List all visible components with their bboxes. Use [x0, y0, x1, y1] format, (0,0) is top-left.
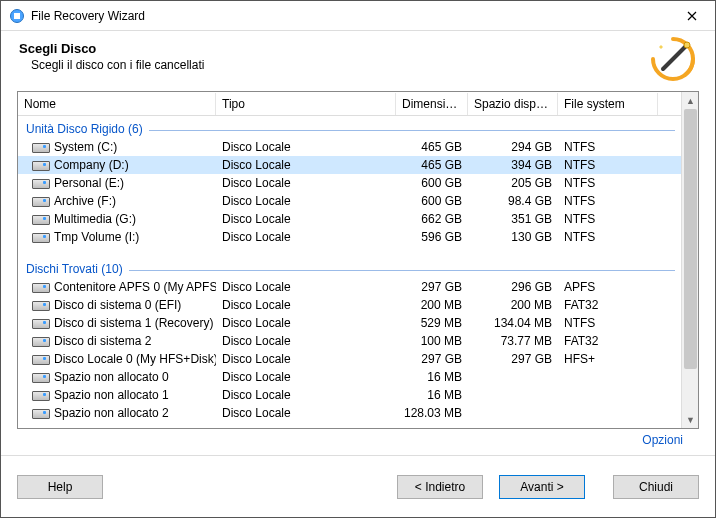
- disk-free-space: [468, 394, 558, 396]
- disk-row[interactable]: Personal (E:)Disco Locale600 GB205 GBNTF…: [18, 174, 681, 192]
- disk-row[interactable]: Archive (F:)Disco Locale600 GB98.4 GBNTF…: [18, 192, 681, 210]
- disk-filesystem: [558, 376, 658, 378]
- disk-name-cell: Multimedia (G:): [18, 211, 216, 227]
- disk-row[interactable]: Spazio non allocato 2Disco Locale128.03 …: [18, 404, 681, 422]
- disk-dimension: 596 GB: [396, 229, 468, 245]
- disk-dimension: 16 MB: [396, 387, 468, 403]
- disk-row[interactable]: Contenitore APFS 0 (My APFS Disk)Disco L…: [18, 278, 681, 296]
- group-header[interactable]: Dischi Trovati (10): [18, 256, 681, 278]
- disk-free-space: 296 GB: [468, 279, 558, 295]
- disk-type: Disco Locale: [216, 157, 396, 173]
- svg-line-3: [663, 45, 687, 69]
- disk-filesystem: [558, 394, 658, 396]
- disk-row[interactable]: Multimedia (G:)Disco Locale662 GB351 GBN…: [18, 210, 681, 228]
- disk-name: Multimedia (G:): [54, 212, 136, 226]
- options-link-container: Opzioni: [17, 429, 699, 447]
- disk-icon: [32, 195, 48, 207]
- disk-name-cell: Company (D:): [18, 157, 216, 173]
- disk-row[interactable]: System (C:)Disco Locale465 GB294 GBNTFS: [18, 138, 681, 156]
- disk-type: Disco Locale: [216, 193, 396, 209]
- disk-filesystem: NTFS: [558, 139, 658, 155]
- disk-type: Disco Locale: [216, 405, 396, 421]
- disk-type: Disco Locale: [216, 175, 396, 191]
- disk-row[interactable]: Disco Locale 0 (My HFS+Disk)Disco Locale…: [18, 350, 681, 368]
- group-header[interactable]: Unità Disco Rigido (6): [18, 116, 681, 138]
- column-header-filesystem[interactable]: File system: [558, 93, 658, 115]
- disk-icon: [32, 389, 48, 401]
- disk-name: Tmp Volume (I:): [54, 230, 139, 244]
- close-wizard-button[interactable]: Chiudi: [613, 475, 699, 499]
- disk-type: Disco Locale: [216, 139, 396, 155]
- wizard-header: Scegli Disco Scegli il disco con i file …: [1, 31, 715, 87]
- disk-row[interactable]: Spazio non allocato 1Disco Locale16 MB: [18, 386, 681, 404]
- disk-free-space: 294 GB: [468, 139, 558, 155]
- disk-dimension: 600 GB: [396, 175, 468, 191]
- help-button[interactable]: Help: [17, 475, 103, 499]
- disk-filesystem: NTFS: [558, 193, 658, 209]
- disk-type: Disco Locale: [216, 229, 396, 245]
- disk-name-cell: Disco di sistema 1 (Recovery): [18, 315, 216, 331]
- disk-name: Spazio non allocato 1: [54, 388, 169, 402]
- scroll-down-arrow-icon[interactable]: ▼: [682, 411, 699, 428]
- disk-type: Disco Locale: [216, 315, 396, 331]
- disk-free-space: [468, 376, 558, 378]
- disk-filesystem: NTFS: [558, 157, 658, 173]
- disk-row[interactable]: Disco di sistema 0 (EFI)Disco Locale200 …: [18, 296, 681, 314]
- disk-name: System (C:): [54, 140, 117, 154]
- scroll-up-arrow-icon[interactable]: ▲: [682, 92, 699, 109]
- close-button[interactable]: [669, 1, 715, 31]
- disk-name: Personal (E:): [54, 176, 124, 190]
- disk-name-cell: Disco di sistema 0 (EFI): [18, 297, 216, 313]
- disk-name-cell: Tmp Volume (I:): [18, 229, 216, 245]
- disk-dimension: 662 GB: [396, 211, 468, 227]
- disk-free-space: 205 GB: [468, 175, 558, 191]
- page-subtitle: Scegli il disco con i file cancellati: [31, 58, 697, 72]
- disk-dimension: 16 MB: [396, 369, 468, 385]
- disk-dimension: 529 MB: [396, 315, 468, 331]
- disk-type: Disco Locale: [216, 387, 396, 403]
- column-header-type[interactable]: Tipo: [216, 93, 396, 115]
- disk-icon: [32, 159, 48, 171]
- disk-filesystem: HFS+: [558, 351, 658, 367]
- disk-list-panel: Nome Tipo Dimensione Spazio dispon… File…: [17, 91, 699, 429]
- disk-name: Contenitore APFS 0 (My APFS Disk): [54, 280, 216, 294]
- disk-icon: [32, 407, 48, 419]
- disk-icon: [32, 317, 48, 329]
- disk-filesystem: NTFS: [558, 211, 658, 227]
- disk-name-cell: Spazio non allocato 1: [18, 387, 216, 403]
- disk-free-space: 134.04 MB: [468, 315, 558, 331]
- list-header[interactable]: Nome Tipo Dimensione Spazio dispon… File…: [18, 92, 681, 116]
- disk-name-cell: Disco di sistema 2: [18, 333, 216, 349]
- content-area: Nome Tipo Dimensione Spazio dispon… File…: [1, 87, 715, 447]
- disk-name: Archive (F:): [54, 194, 116, 208]
- column-header-name[interactable]: Nome: [18, 93, 216, 115]
- vertical-scrollbar[interactable]: ▲ ▼: [681, 92, 698, 428]
- disk-dimension: 465 GB: [396, 157, 468, 173]
- disk-filesystem: NTFS: [558, 315, 658, 331]
- disk-filesystem: APFS: [558, 279, 658, 295]
- disk-dimension: 297 GB: [396, 279, 468, 295]
- next-button[interactable]: Avanti >: [499, 475, 585, 499]
- disk-type: Disco Locale: [216, 279, 396, 295]
- disk-row[interactable]: Company (D:)Disco Locale465 GB394 GBNTFS: [18, 156, 681, 174]
- disk-dimension: 297 GB: [396, 351, 468, 367]
- disk-row[interactable]: Disco di sistema 1 (Recovery)Disco Local…: [18, 314, 681, 332]
- disk-name: Disco di sistema 0 (EFI): [54, 298, 181, 312]
- disk-list[interactable]: Nome Tipo Dimensione Spazio dispon… File…: [18, 92, 681, 428]
- disk-row[interactable]: Disco di sistema 2Disco Locale100 MB73.7…: [18, 332, 681, 350]
- disk-row[interactable]: Spazio non allocato 0Disco Locale16 MB: [18, 368, 681, 386]
- disk-row[interactable]: Tmp Volume (I:)Disco Locale596 GB130 GBN…: [18, 228, 681, 246]
- disk-icon: [32, 141, 48, 153]
- disk-free-space: 297 GB: [468, 351, 558, 367]
- app-icon: [9, 8, 25, 24]
- group-title: Unità Disco Rigido (6): [26, 122, 143, 136]
- svg-point-4: [684, 42, 690, 48]
- page-title: Scegli Disco: [19, 41, 697, 56]
- column-header-dimension[interactable]: Dimensione: [396, 93, 468, 115]
- scrollbar-thumb[interactable]: [684, 109, 697, 369]
- options-link[interactable]: Opzioni: [642, 433, 683, 447]
- footer-buttons: Help < Indietro Avanti > Chiudi: [1, 455, 715, 517]
- disk-name-cell: Personal (E:): [18, 175, 216, 191]
- back-button[interactable]: < Indietro: [397, 475, 483, 499]
- column-header-free-space[interactable]: Spazio dispon…: [468, 93, 558, 115]
